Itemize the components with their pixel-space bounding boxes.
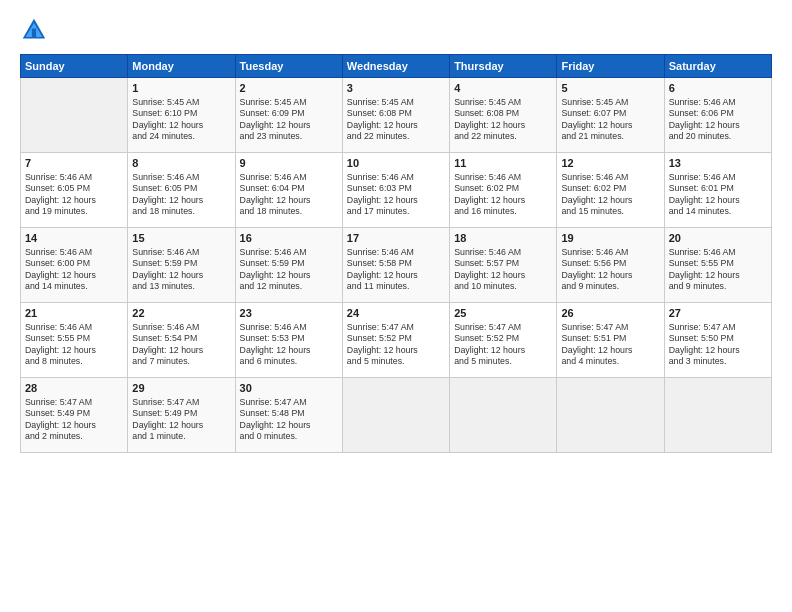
day-info: Sunrise: 5:46 AM Sunset: 5:55 PM Dayligh…: [25, 322, 123, 368]
header: [20, 16, 772, 44]
calendar-cell: 14Sunrise: 5:46 AM Sunset: 6:00 PM Dayli…: [21, 228, 128, 303]
calendar-header-friday: Friday: [557, 55, 664, 78]
day-number: 23: [240, 306, 338, 321]
day-info: Sunrise: 5:46 AM Sunset: 5:54 PM Dayligh…: [132, 322, 230, 368]
day-number: 20: [669, 231, 767, 246]
day-info: Sunrise: 5:47 AM Sunset: 5:52 PM Dayligh…: [347, 322, 445, 368]
calendar-cell: 21Sunrise: 5:46 AM Sunset: 5:55 PM Dayli…: [21, 303, 128, 378]
calendar-cell: 13Sunrise: 5:46 AM Sunset: 6:01 PM Dayli…: [664, 153, 771, 228]
calendar-week-1: 1Sunrise: 5:45 AM Sunset: 6:10 PM Daylig…: [21, 78, 772, 153]
calendar-header-tuesday: Tuesday: [235, 55, 342, 78]
calendar-header-monday: Monday: [128, 55, 235, 78]
day-info: Sunrise: 5:46 AM Sunset: 6:06 PM Dayligh…: [669, 97, 767, 143]
calendar-header-row: SundayMondayTuesdayWednesdayThursdayFrid…: [21, 55, 772, 78]
day-info: Sunrise: 5:46 AM Sunset: 6:02 PM Dayligh…: [561, 172, 659, 218]
day-number: 25: [454, 306, 552, 321]
day-number: 12: [561, 156, 659, 171]
calendar-cell: 15Sunrise: 5:46 AM Sunset: 5:59 PM Dayli…: [128, 228, 235, 303]
day-number: 21: [25, 306, 123, 321]
calendar-cell: 27Sunrise: 5:47 AM Sunset: 5:50 PM Dayli…: [664, 303, 771, 378]
day-info: Sunrise: 5:45 AM Sunset: 6:10 PM Dayligh…: [132, 97, 230, 143]
calendar-header-sunday: Sunday: [21, 55, 128, 78]
day-number: 6: [669, 81, 767, 96]
day-number: 16: [240, 231, 338, 246]
day-info: Sunrise: 5:46 AM Sunset: 6:05 PM Dayligh…: [132, 172, 230, 218]
calendar-cell: 2Sunrise: 5:45 AM Sunset: 6:09 PM Daylig…: [235, 78, 342, 153]
calendar-week-5: 28Sunrise: 5:47 AM Sunset: 5:49 PM Dayli…: [21, 378, 772, 453]
day-number: 1: [132, 81, 230, 96]
calendar-header-saturday: Saturday: [664, 55, 771, 78]
day-info: Sunrise: 5:46 AM Sunset: 6:02 PM Dayligh…: [454, 172, 552, 218]
day-info: Sunrise: 5:46 AM Sunset: 6:04 PM Dayligh…: [240, 172, 338, 218]
page: SundayMondayTuesdayWednesdayThursdayFrid…: [0, 0, 792, 612]
calendar-cell: 23Sunrise: 5:46 AM Sunset: 5:53 PM Dayli…: [235, 303, 342, 378]
day-number: 19: [561, 231, 659, 246]
day-number: 18: [454, 231, 552, 246]
day-number: 9: [240, 156, 338, 171]
calendar-cell: 7Sunrise: 5:46 AM Sunset: 6:05 PM Daylig…: [21, 153, 128, 228]
calendar-cell: 26Sunrise: 5:47 AM Sunset: 5:51 PM Dayli…: [557, 303, 664, 378]
day-info: Sunrise: 5:46 AM Sunset: 5:56 PM Dayligh…: [561, 247, 659, 293]
calendar-cell: 8Sunrise: 5:46 AM Sunset: 6:05 PM Daylig…: [128, 153, 235, 228]
day-info: Sunrise: 5:46 AM Sunset: 5:59 PM Dayligh…: [132, 247, 230, 293]
day-info: Sunrise: 5:46 AM Sunset: 6:00 PM Dayligh…: [25, 247, 123, 293]
calendar-cell: 29Sunrise: 5:47 AM Sunset: 5:49 PM Dayli…: [128, 378, 235, 453]
calendar-cell: 20Sunrise: 5:46 AM Sunset: 5:55 PM Dayli…: [664, 228, 771, 303]
day-number: 10: [347, 156, 445, 171]
day-number: 15: [132, 231, 230, 246]
logo-icon: [20, 16, 48, 44]
day-number: 5: [561, 81, 659, 96]
calendar-table: SundayMondayTuesdayWednesdayThursdayFrid…: [20, 54, 772, 453]
day-info: Sunrise: 5:47 AM Sunset: 5:52 PM Dayligh…: [454, 322, 552, 368]
day-info: Sunrise: 5:46 AM Sunset: 5:53 PM Dayligh…: [240, 322, 338, 368]
day-number: 2: [240, 81, 338, 96]
calendar-cell: [557, 378, 664, 453]
calendar-cell: 4Sunrise: 5:45 AM Sunset: 6:08 PM Daylig…: [450, 78, 557, 153]
calendar-week-2: 7Sunrise: 5:46 AM Sunset: 6:05 PM Daylig…: [21, 153, 772, 228]
day-info: Sunrise: 5:45 AM Sunset: 6:08 PM Dayligh…: [347, 97, 445, 143]
day-info: Sunrise: 5:47 AM Sunset: 5:49 PM Dayligh…: [25, 397, 123, 443]
day-number: 26: [561, 306, 659, 321]
day-info: Sunrise: 5:46 AM Sunset: 5:57 PM Dayligh…: [454, 247, 552, 293]
day-info: Sunrise: 5:46 AM Sunset: 6:03 PM Dayligh…: [347, 172, 445, 218]
day-info: Sunrise: 5:45 AM Sunset: 6:09 PM Dayligh…: [240, 97, 338, 143]
day-info: Sunrise: 5:46 AM Sunset: 5:55 PM Dayligh…: [669, 247, 767, 293]
day-number: 29: [132, 381, 230, 396]
calendar-cell: 11Sunrise: 5:46 AM Sunset: 6:02 PM Dayli…: [450, 153, 557, 228]
day-number: 24: [347, 306, 445, 321]
calendar-cell: 16Sunrise: 5:46 AM Sunset: 5:59 PM Dayli…: [235, 228, 342, 303]
day-number: 14: [25, 231, 123, 246]
day-info: Sunrise: 5:47 AM Sunset: 5:50 PM Dayligh…: [669, 322, 767, 368]
day-info: Sunrise: 5:46 AM Sunset: 5:59 PM Dayligh…: [240, 247, 338, 293]
day-number: 4: [454, 81, 552, 96]
day-number: 30: [240, 381, 338, 396]
calendar-header-thursday: Thursday: [450, 55, 557, 78]
calendar-cell: 12Sunrise: 5:46 AM Sunset: 6:02 PM Dayli…: [557, 153, 664, 228]
day-info: Sunrise: 5:46 AM Sunset: 5:58 PM Dayligh…: [347, 247, 445, 293]
calendar-cell: [342, 378, 449, 453]
calendar-cell: 1Sunrise: 5:45 AM Sunset: 6:10 PM Daylig…: [128, 78, 235, 153]
calendar-cell: 10Sunrise: 5:46 AM Sunset: 6:03 PM Dayli…: [342, 153, 449, 228]
calendar-cell: 18Sunrise: 5:46 AM Sunset: 5:57 PM Dayli…: [450, 228, 557, 303]
day-number: 17: [347, 231, 445, 246]
calendar-header-wednesday: Wednesday: [342, 55, 449, 78]
day-number: 22: [132, 306, 230, 321]
calendar-cell: 5Sunrise: 5:45 AM Sunset: 6:07 PM Daylig…: [557, 78, 664, 153]
calendar-cell: 6Sunrise: 5:46 AM Sunset: 6:06 PM Daylig…: [664, 78, 771, 153]
calendar-cell: 19Sunrise: 5:46 AM Sunset: 5:56 PM Dayli…: [557, 228, 664, 303]
day-number: 8: [132, 156, 230, 171]
calendar-cell: [450, 378, 557, 453]
calendar-cell: 22Sunrise: 5:46 AM Sunset: 5:54 PM Dayli…: [128, 303, 235, 378]
calendar-cell: 17Sunrise: 5:46 AM Sunset: 5:58 PM Dayli…: [342, 228, 449, 303]
day-info: Sunrise: 5:46 AM Sunset: 6:01 PM Dayligh…: [669, 172, 767, 218]
calendar-cell: [21, 78, 128, 153]
day-number: 7: [25, 156, 123, 171]
day-number: 28: [25, 381, 123, 396]
calendar-cell: 28Sunrise: 5:47 AM Sunset: 5:49 PM Dayli…: [21, 378, 128, 453]
calendar-cell: [664, 378, 771, 453]
day-info: Sunrise: 5:47 AM Sunset: 5:48 PM Dayligh…: [240, 397, 338, 443]
calendar-cell: 3Sunrise: 5:45 AM Sunset: 6:08 PM Daylig…: [342, 78, 449, 153]
calendar-week-4: 21Sunrise: 5:46 AM Sunset: 5:55 PM Dayli…: [21, 303, 772, 378]
calendar-cell: 24Sunrise: 5:47 AM Sunset: 5:52 PM Dayli…: [342, 303, 449, 378]
day-number: 3: [347, 81, 445, 96]
